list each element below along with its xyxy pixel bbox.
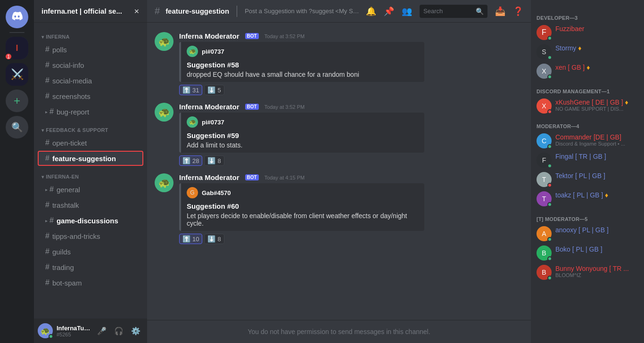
message-author-1: Inferna Moderator xyxy=(179,32,239,40)
server-divider xyxy=(9,32,25,33)
mute-button[interactable]: 🎤 xyxy=(94,323,109,338)
member-name: xen [ GB ] ♦ xyxy=(555,64,638,71)
bell-icon[interactable]: 🔔 xyxy=(366,6,376,16)
channel-guilds[interactable]: # guilds xyxy=(38,244,143,259)
channel-name: bug-report xyxy=(57,108,89,116)
channel-feature-suggestion[interactable]: # feature-suggestion xyxy=(38,151,143,166)
member-fuzzibaer[interactable]: F Fuzzibaer xyxy=(533,23,642,42)
category-inferna-en[interactable]: ▾ INFERNA-EN xyxy=(34,166,147,181)
member-fingal[interactable]: F Fingal [ TR | GB ] xyxy=(533,151,642,170)
bot-tag-1: BOT xyxy=(245,33,259,39)
member-status xyxy=(547,55,552,60)
message-timestamp-3: Today at 4:15 PM xyxy=(264,175,305,180)
header-icons: 🔔 📌 👥 Search 🔍 📥 ❓ xyxy=(366,5,523,18)
member-anooxy[interactable]: A anooxy [ PL | GB ] xyxy=(533,224,642,243)
channel-open-ticket[interactable]: # open-ticket xyxy=(38,135,143,150)
hash-icon: # xyxy=(45,278,50,287)
downvote-reaction-60[interactable]: ⬇️ 8 xyxy=(204,234,224,244)
member-bunny[interactable]: B Bunny Wonyoung [ TR ... BLOOM^IZ xyxy=(533,263,642,282)
channel-bot-spam[interactable]: # bot-spam xyxy=(38,275,143,290)
hash-icon: # xyxy=(45,45,50,54)
channel-social-info[interactable]: # social-info xyxy=(38,57,143,73)
upvote-emoji: ⬆️ xyxy=(182,157,190,164)
embed-author-name-60: Gab#4570 xyxy=(202,189,231,196)
bot-tag-3: BOT xyxy=(245,174,259,180)
hash-icon: # xyxy=(50,185,54,194)
server-name: inferna.net | official se... xyxy=(41,7,122,15)
member-toakz[interactable]: T toakz [ PL | GB ] ♦ xyxy=(533,189,642,208)
search-bar[interactable]: Search 🔍 xyxy=(420,5,487,18)
channel-trading[interactable]: # trading xyxy=(38,260,143,275)
server-dropdown-icon: ✕ xyxy=(134,8,140,15)
header-divider xyxy=(237,6,237,17)
channel-social-media[interactable]: # social-media xyxy=(38,73,143,88)
member-boko[interactable]: B Boko [ PL | GB ] xyxy=(533,244,642,262)
channel-header-name: feature-suggestion xyxy=(165,7,229,15)
member-tektor[interactable]: T Tektor [ PL | GB ] xyxy=(533,170,642,189)
member-stormy[interactable]: S Stormy ♦ xyxy=(533,42,642,61)
member-xen[interactable]: X xen [ GB ] ♦ xyxy=(533,62,642,81)
category-feedback[interactable]: ▾ FEEDBACK & SUPPORT xyxy=(34,120,147,135)
member-status-text: NO GAME SUPPORT | DIS... xyxy=(555,106,638,112)
category-inferna[interactable]: ▾ INFERNA xyxy=(34,26,147,41)
channel-screenshots[interactable]: # screenshots xyxy=(38,89,143,104)
add-server-button[interactable]: + xyxy=(6,90,28,112)
upvote-count-58: 31 xyxy=(192,87,199,94)
message-header-3: Inferna Moderator BOT Today at 4:15 PM xyxy=(179,173,523,181)
member-xkushgene[interactable]: X xKushGene [ DE | GB ] ♦ NO GAME SUPPOR… xyxy=(533,97,642,115)
channel-name: bot-spam xyxy=(52,279,82,287)
downvote-reaction-59[interactable]: ⬇️ 8 xyxy=(204,155,224,166)
pin-icon[interactable]: 📌 xyxy=(384,6,394,16)
message-author-2: Inferna Moderator xyxy=(179,103,239,111)
member-name: Stormy ♦ xyxy=(555,44,638,52)
downvote-emoji: ⬇️ xyxy=(207,86,215,94)
channel-name: social-info xyxy=(52,61,84,69)
category-arrow: ▾ xyxy=(41,174,44,180)
embed-description-59: Add a limit to stats. xyxy=(187,141,419,149)
downvote-emoji: ⬇️ xyxy=(207,157,215,164)
embed-author-icon-59: 🐢 xyxy=(187,116,198,128)
expand-arrow-icon: ▸ xyxy=(45,218,48,223)
inbox-icon[interactable]: 📥 xyxy=(495,6,505,16)
upvote-reaction-60[interactable]: ⬆️ 10 xyxy=(179,234,202,244)
message-group-58: 🐢 Inferna Moderator BOT Today at 3:52 PM… xyxy=(147,30,531,97)
message-avatar-3: 🐢 xyxy=(155,173,173,192)
server-icon-inferna[interactable]: I 1 xyxy=(6,37,28,59)
channel-tipps-and-tricks[interactable]: # tipps-and-tricks xyxy=(38,229,143,244)
channel-trashtalk[interactable]: # trashtalk xyxy=(38,197,143,212)
find-server-button[interactable]: 🔍 xyxy=(6,116,28,139)
channel-name: feature-suggestion xyxy=(52,155,116,163)
help-icon[interactable]: ❓ xyxy=(513,6,523,16)
embed-description-58: dropped EQ should have a small chance fo… xyxy=(187,71,419,78)
user-settings-button[interactable]: ⚙️ xyxy=(128,323,143,338)
deafen-button[interactable]: 🎧 xyxy=(111,323,126,338)
hash-icon: # xyxy=(50,107,54,116)
reactions-59: ⬆️ 28 ⬇️ 8 xyxy=(179,155,523,166)
server-header[interactable]: inferna.net | official se... ✕ xyxy=(34,0,147,23)
message-group-59: 🐢 Inferna Moderator BOT Today at 3:52 PM… xyxy=(147,101,531,168)
embed-60: G Gab#4570 Suggestion #60 Let players de… xyxy=(179,183,424,231)
member-status-text: BLOOM^IZ xyxy=(555,272,638,278)
upvote-reaction-58[interactable]: ⬆️ 31 xyxy=(179,85,202,95)
upvote-count-60: 10 xyxy=(192,236,199,243)
channel-name: game-discussions xyxy=(57,217,118,225)
upvote-emoji: ⬆️ xyxy=(182,235,190,243)
channel-bug-report[interactable]: ▸ # bug-report xyxy=(38,104,143,119)
category-arrow: ▾ xyxy=(41,34,44,40)
user-status-dot xyxy=(49,334,53,339)
upvote-emoji: ⬆️ xyxy=(182,86,190,94)
channel-game-discussions[interactable]: ▸ # game-discussions xyxy=(38,213,143,228)
message-timestamp-1: Today at 3:52 PM xyxy=(264,33,305,39)
hash-icon: # xyxy=(45,201,50,209)
member-name: Tektor [ PL | GB ] xyxy=(555,172,638,180)
channel-general[interactable]: ▸ # general xyxy=(38,182,143,197)
member-commander[interactable]: C Commander [DE | GB] Discord & Ingame S… xyxy=(533,131,642,150)
message-header-2: Inferna Moderator BOT Today at 3:52 PM xyxy=(179,103,523,111)
upvote-reaction-59[interactable]: ⬆️ 28 xyxy=(179,155,202,166)
server-icon-game[interactable]: ⚔️ xyxy=(6,63,28,86)
channel-polls[interactable]: # polls xyxy=(38,42,143,57)
downvote-reaction-58[interactable]: ⬇️ 5 xyxy=(204,85,224,95)
hash-icon: # xyxy=(45,139,50,147)
discord-home-button[interactable] xyxy=(6,6,28,28)
members-icon[interactable]: 👥 xyxy=(402,6,412,16)
